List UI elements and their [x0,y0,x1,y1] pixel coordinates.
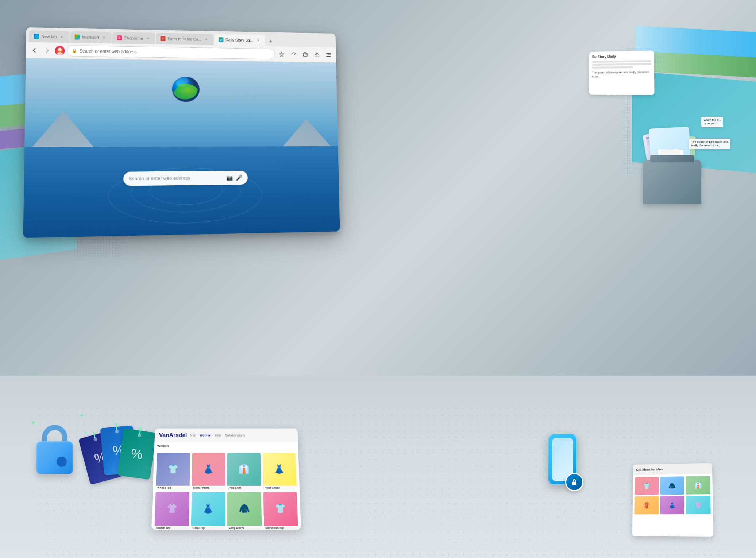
back-button[interactable] [29,45,40,55]
address-field[interactable]: 🔒 Search or enter web address [67,45,275,59]
camera-search-icon[interactable]: 📷 [226,174,233,181]
product-label-7: Long Sleeve [227,526,262,530]
edge-logo [170,71,202,104]
tab-favicon-farmtotable: F [161,36,166,41]
nav-link-collabs[interactable]: Collaborations [225,433,245,437]
price-tags-object: % % % [84,427,157,485]
secondary-card-title: Gift ideas for Men [636,468,663,472]
lock-keyhole [57,457,67,467]
secondary-item-2[interactable]: 🧥 [660,476,684,495]
nav-link-kids[interactable]: Kids [215,433,221,437]
sparkle-2: ✦ [31,419,36,426]
secondary-item-6[interactable]: 👚 [686,496,710,514]
secondary-product-grid: 👕 🧥 👔 🧣 👗 👚 [632,474,713,516]
tab-label-newtab: New tab [41,34,57,39]
refresh-button[interactable] [289,49,298,59]
product-item-5[interactable]: 👚 Ribbon Top [154,492,189,530]
tab-label-farmtotable: Farm to Table Co... [168,36,201,41]
product-section-label: Women [154,442,298,450]
background-scene: ⬡ New tab ✕ Microsoft ✕ S Shopisima ✕ F … [0,0,756,558]
story-line-3 [592,66,633,69]
snippet-text-1: When the q... [703,118,721,122]
water-area [23,146,340,238]
secondary-item-4[interactable]: 🧣 [634,496,659,514]
story-line-1 [592,60,651,63]
tab-shopisima[interactable]: S Shopisima ✕ [112,32,155,44]
snippet-text-4: really deserves to be... [691,144,728,147]
phone-3d-object [548,434,592,492]
product-item-7[interactable]: 🧥 Long Sleeve [227,492,262,530]
brand-name: VanArsdel [159,432,187,438]
settings-icon [326,53,331,57]
product-item-1[interactable]: 👕 V Neck Top [156,453,190,490]
story-line-2 [592,63,651,66]
svg-rect-7 [572,482,576,485]
share-button[interactable] [312,50,322,59]
mic-search-icon[interactable]: 🎤 [236,174,243,181]
product-item-3[interactable]: 👔 Polo Shirt [227,453,261,490]
product-label-2: Floral Printed [192,485,225,489]
collections-button[interactable] [300,49,310,59]
snippet-text-2: is not all... [703,122,721,125]
tab-favicon-dailystory: D [219,37,224,42]
tab-microsoft[interactable]: Microsoft ✕ [70,31,112,43]
new-tab-background: Search or enter web address 📷 🎤 [23,58,340,238]
story-snippet-1: When the q... is not all... [701,117,723,127]
story-snippet-2: The queen of pineapple tarts really dese… [689,139,730,149]
svg-point-4 [306,54,307,55]
tab-close-newtab[interactable]: ✕ [59,34,65,40]
secondary-item-1[interactable]: 👕 [635,477,659,495]
story-subtitle: The queen of pineapple tarts really dese… [592,70,651,78]
phone-body [548,434,577,485]
tab-close-shopisima[interactable]: ✕ [145,35,151,41]
snippet-text-3: The queen of pineapple tarts [691,140,728,144]
secondary-item-5[interactable]: 👗 [660,496,684,514]
tab-close-farmtotable[interactable]: ✕ [204,36,209,42]
product-label-6: Floral Top [191,526,225,530]
browser-content: Search or enter web address 📷 🎤 [23,58,340,238]
search-box[interactable]: Search or enter web address 📷 🎤 [123,171,248,186]
product-label-1: V Neck Top [156,485,189,489]
percent-icon-3: % [130,446,144,462]
daily-story-content: Su Story Daily The queen of pineapple ta… [589,50,655,81]
product-grid: 👕 V Neck Top 👗 Floral Printed 👔 Polo Shi… [151,450,301,530]
file-organizer: When the q... is not all... The queen of… [636,102,709,204]
product-label-5: Ribbon Top [154,526,189,530]
product-label-3: Polo Shirt [227,485,261,489]
nav-link-women[interactable]: Women [200,433,211,437]
secondary-card-header: Gift ideas for Men [633,463,712,475]
product-item-4[interactable]: 👗 Polka Shade [262,453,297,490]
more-button[interactable] [324,50,333,59]
product-item-6[interactable]: 👗 Floral Top [191,492,225,530]
lock-icon: 🔒 [72,48,77,53]
product-card-main: VanArsdel Men Women Kids Collaborations … [151,429,301,530]
tag-hole-1 [93,437,97,442]
product-card-secondary: Gift ideas for Men 👕 🧥 👔 🧣 👗 👚 [632,463,713,536]
file-tray [643,160,701,204]
search-placeholder-text: Search or enter web address [129,175,224,182]
tab-label-dailystory: Daily Story Str... [225,38,253,42]
tab-close-dailystory[interactable]: ✕ [255,38,261,43]
new-tab-button[interactable]: + [266,36,275,46]
product-item-2[interactable]: 👗 Floral Printed [192,453,225,490]
secondary-item-3[interactable]: 👔 [686,476,710,495]
sparkle-1: ✦ [79,412,84,419]
favorites-button[interactable] [277,49,287,59]
product-nav-links: Men Women Kids Collaborations [190,433,245,437]
forward-button[interactable] [42,45,53,56]
tab-farmtotable[interactable]: F Farm to Table Co... ✕ [156,33,213,45]
profile-avatar[interactable] [55,46,65,55]
product-item-8[interactable]: 👕 Sleeveless Top [263,492,298,530]
product-label-4: Polka Shade [263,485,297,489]
nav-link-men[interactable]: Men [190,433,196,437]
lock-body [36,441,73,474]
product-label-8: Sleeveless Top [264,526,298,530]
address-text: Search or enter web address [80,48,270,56]
tab-newtab[interactable]: ⬡ New tab ✕ [29,30,70,43]
tag-hole-3 [138,433,142,437]
tab-close-microsoft[interactable]: ✕ [101,35,107,40]
tab-favicon-shopisima: S [117,35,122,40]
tab-dailystory[interactable]: D Daily Story Str... ✕ [214,34,265,46]
browser-window: ⬡ New tab ✕ Microsoft ✕ S Shopisima ✕ F … [23,27,340,238]
product-card-header: VanArsdel Men Women Kids Collaborations [154,429,298,442]
